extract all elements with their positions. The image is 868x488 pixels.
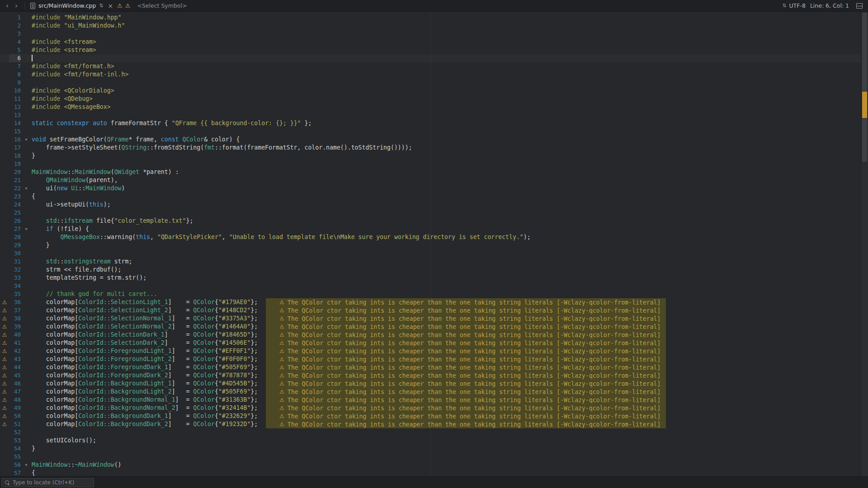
code-text[interactable]: void setFrameBgColor(QFrame* frame, cons… [32,136,240,144]
code-line[interactable]: ⚠37 colorMap[ColorId::SelectionLight_2] … [0,306,861,314]
code-text[interactable]: colorMap[ColorId::SelectionNormal_2] = Q… [32,323,258,331]
fold-marker-icon[interactable]: ▾ [21,184,32,192]
code-line[interactable]: 3 [0,30,861,38]
line-number[interactable]: 5 [9,46,21,54]
code-text[interactable]: colorMap[ColorId::ForegroundLight_1] = Q… [32,347,258,355]
code-text[interactable]: } [32,241,50,249]
line-number[interactable]: 24 [9,201,21,209]
line-number[interactable]: 7 [9,62,21,70]
line-number[interactable]: 8 [9,70,21,79]
line-number[interactable]: 40 [9,331,21,339]
fold-marker-icon[interactable]: ▾ [21,136,32,144]
line-number[interactable]: 36 [9,298,21,306]
line-number[interactable]: 53 [9,436,21,445]
locator-box[interactable] [1,478,94,487]
line-number[interactable]: 41 [9,339,21,347]
fold-marker-icon[interactable]: ▾ [21,461,32,469]
line-number[interactable]: 2 [9,22,21,30]
line-number[interactable]: 44 [9,363,21,371]
code-line[interactable]: 7#include <fmt/format.h> [0,62,861,70]
vertical-scrollbar[interactable] [861,12,868,476]
line-number[interactable]: 26 [9,217,21,225]
code-line[interactable]: ⚠39 colorMap[ColorId::SelectionNormal_2]… [0,323,861,331]
code-text[interactable]: { [32,469,35,476]
code-line[interactable]: 17 frame->setStyleSheet(QString::fromStd… [0,144,861,152]
code-line[interactable]: 21 QMainWindow(parent), [0,176,861,184]
line-number[interactable]: 31 [9,258,21,266]
code-line[interactable]: 8#include <fmt/format-inl.h> [0,70,861,79]
code-text[interactable]: QMessageBox::warning(this, "QDarkStylePi… [32,233,531,241]
code-text[interactable]: #include <fmt/format.h> [32,62,114,70]
code-line[interactable]: 4#include <fstream> [0,38,861,46]
code-text[interactable]: QMainWindow(parent), [32,176,118,184]
code-line[interactable]: ⚠40 colorMap[ColorId::SelectionDark_1] =… [0,331,861,339]
line-number[interactable]: 15 [9,127,21,136]
code-text[interactable]: frame->setStyleSheet(QString::fromStdStr… [32,144,412,152]
line-number[interactable]: 45 [9,371,21,380]
code-line[interactable]: ⚠51 colorMap[ColorId::BackgroundDark_2] … [0,420,861,428]
close-document-button[interactable]: × [108,0,113,11]
code-line[interactable]: 9 [0,79,861,87]
code-text[interactable]: if (!file) { [32,225,89,233]
code-text[interactable]: setUIColors(); [32,436,96,445]
line-number[interactable]: 4 [9,38,21,46]
line-number[interactable]: 12 [9,103,21,111]
document-updown-icon[interactable]: ⇅ [99,0,103,11]
code-text[interactable]: ui(new Ui::MainWindow) [32,184,125,192]
code-line[interactable]: 35 // thank god for multi caret... [0,290,861,298]
code-text[interactable]: std::ifstream file{"color_template.txt"}… [32,217,193,225]
code-text[interactable]: strm << file.rdbuf(); [32,266,122,274]
code-line[interactable]: 25 [0,209,861,217]
code-area[interactable]: 1#include "MainWindow.hpp"2#include "ui_… [0,14,861,476]
code-line[interactable]: 19 [0,160,861,168]
line-number[interactable]: 38 [9,314,21,323]
code-text[interactable]: #include <QDebug> [32,95,93,103]
line-number[interactable]: 37 [9,306,21,314]
code-line[interactable]: 2#include "ui_MainWindow.h" [0,22,861,30]
line-number[interactable]: 3 [9,30,21,38]
code-text[interactable]: } [32,152,35,160]
code-text[interactable]: templateString = strm.str(); [32,274,146,282]
line-number[interactable]: 17 [9,144,21,152]
code-text[interactable]: #include "MainWindow.hpp" [32,14,122,22]
code-line[interactable]: 10#include <QColorDialog> [0,87,861,95]
code-line[interactable]: 23{ [0,192,861,201]
line-number[interactable]: 19 [9,160,21,168]
code-text[interactable]: MainWindow::~MainWindow() [32,461,122,469]
code-line[interactable]: 56▾MainWindow::~MainWindow() [0,461,861,469]
locator-input[interactable] [13,479,90,486]
code-text[interactable]: #include <fstream> [32,38,96,46]
code-text[interactable]: { [32,192,35,201]
code-line[interactable]: ⚠47 colorMap[ColorId::BackgroundLight_2]… [0,388,861,396]
line-number[interactable]: 46 [9,380,21,388]
code-line[interactable]: ⚠42 colorMap[ColorId::ForegroundLight_1]… [0,347,861,355]
code-line[interactable]: 11#include <QDebug> [0,95,861,103]
code-text[interactable]: colorMap[ColorId::ForegroundDark_2] = QC… [32,371,258,380]
code-editor[interactable]: 1#include "MainWindow.hpp"2#include "ui_… [0,12,868,476]
code-line[interactable]: 31 std::ostringstream strm; [0,258,861,266]
code-text[interactable]: #include <QMessageBox> [32,103,111,111]
parse-warning-icon[interactable]: ⚠ [117,0,123,11]
code-line[interactable]: 55 [0,453,861,461]
code-line[interactable]: 30 [0,249,861,258]
code-line[interactable]: 24 ui->setupUi(this); [0,201,861,209]
code-text[interactable]: colorMap[ColorId::ForegroundLight_2] = Q… [32,355,258,363]
split-editor-icon[interactable] [856,3,863,9]
code-text[interactable]: #include <QColorDialog> [32,87,114,95]
line-number[interactable]: 21 [9,176,21,184]
code-line[interactable]: ⚠48 colorMap[ColorId::BackgroundNormal_1… [0,396,861,404]
line-number[interactable]: 54 [9,445,21,453]
code-line[interactable]: 33 templateString = strm.str(); [0,274,861,282]
code-line[interactable]: 53 setUIColors(); [0,436,861,445]
code-line[interactable]: 22▾ ui(new Ui::MainWindow) [0,184,861,192]
fold-marker-icon[interactable]: ▾ [21,225,32,233]
encoding-updown-icon[interactable]: ⇅ [782,0,786,11]
code-text[interactable]: colorMap[ColorId::SelectionNormal_1] = Q… [32,314,258,323]
line-number[interactable]: 29 [9,241,21,249]
line-number[interactable]: 11 [9,95,21,103]
code-line[interactable]: 16▾void setFrameBgColor(QFrame* frame, c… [0,136,861,144]
code-line[interactable]: ⚠50 colorMap[ColorId::BackgroundDark_1] … [0,412,861,420]
code-line[interactable]: 32 strm << file.rdbuf(); [0,266,861,274]
line-number[interactable]: 51 [9,420,21,428]
code-line[interactable]: 52 [0,428,861,436]
